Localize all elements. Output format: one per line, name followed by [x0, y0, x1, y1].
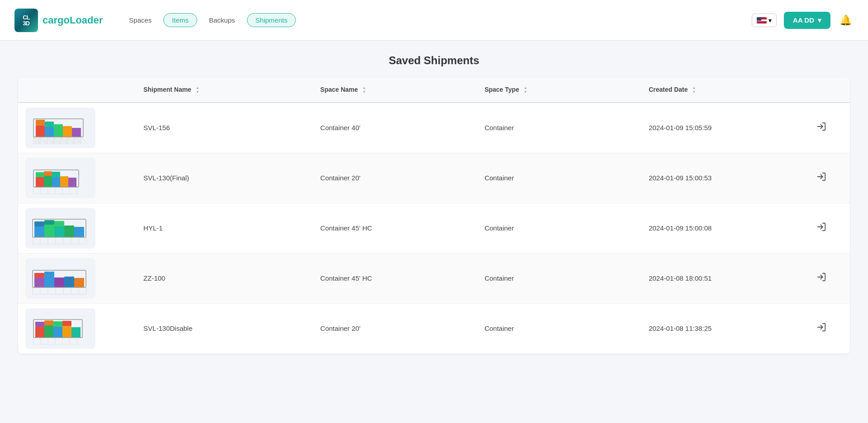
svg-line-2 — [47, 137, 54, 144]
svg-rect-104 — [35, 322, 44, 327]
logo-icon: CL3D — [14, 9, 38, 32]
svg-rect-67 — [44, 220, 54, 225]
sort-arrows-space-name[interactable]: ▲▼ — [362, 86, 366, 94]
main-content: Saved Shipments Shipment Name ▲▼ Space N… — [0, 41, 868, 367]
nav-spaces[interactable]: Spaces — [121, 14, 160, 27]
col-header-action — [806, 78, 850, 103]
thumbnail-wrapper — [25, 258, 95, 299]
svg-rect-107 — [62, 321, 71, 326]
open-shipment-button[interactable] — [813, 170, 830, 186]
svg-rect-42 — [44, 176, 52, 187]
created-date-cell: 2024-01-09 15:00:53 — [641, 153, 806, 203]
svg-rect-103 — [71, 327, 81, 338]
action-cell — [806, 203, 850, 253]
space-type-cell: Container — [477, 253, 641, 303]
svg-rect-101 — [53, 327, 62, 338]
enter-icon — [816, 272, 826, 282]
nav-backups[interactable]: Backups — [201, 14, 243, 27]
open-shipment-button[interactable] — [813, 320, 830, 337]
user-menu-button[interactable]: AA DD ▾ — [784, 12, 830, 29]
action-cell — [806, 103, 850, 153]
svg-line-5 — [67, 137, 74, 144]
svg-rect-64 — [64, 226, 74, 237]
space-name-cell: Container 40' — [313, 103, 477, 153]
space-name-cell: Container 45' HC — [313, 203, 477, 253]
svg-rect-100 — [44, 325, 53, 338]
header: CL3D cargoLoader Spaces Items Backups Sh… — [0, 0, 868, 41]
svg-rect-68 — [54, 221, 64, 226]
col-header-space-name[interactable]: Space Name ▲▼ — [313, 78, 477, 103]
logo-text: cargoLoader — [43, 14, 103, 26]
svg-line-3 — [54, 137, 61, 144]
svg-rect-102 — [62, 326, 71, 338]
nav-items[interactable]: Items — [163, 13, 197, 27]
flag-icon — [757, 17, 767, 24]
svg-rect-99 — [35, 327, 44, 338]
shipment-name-cell: SVL-130(Final) — [136, 153, 313, 203]
col-header-space-type[interactable]: Space Type ▲▼ — [477, 78, 641, 103]
notifications-button[interactable]: 🔔 — [838, 13, 854, 28]
svg-rect-62 — [44, 225, 54, 237]
svg-rect-23 — [36, 126, 45, 137]
created-date-cell: 2024-01-08 11:38:25 — [641, 303, 806, 353]
svg-rect-24 — [45, 127, 54, 137]
svg-rect-66 — [34, 221, 44, 226]
shipment-name-cell: SVL-156 — [136, 103, 313, 153]
svg-rect-48 — [52, 172, 60, 177]
table-row: HYL-1 Container 45' HC Container 2024-01… — [18, 203, 850, 253]
svg-rect-25 — [54, 124, 63, 137]
svg-rect-28 — [36, 120, 45, 126]
svg-line-1 — [40, 137, 47, 144]
shipment-thumbnail-cell — [18, 303, 136, 353]
col-header-created-date[interactable]: Created Date ▲▼ — [641, 78, 806, 103]
shipment-thumbnail-cell — [18, 253, 136, 303]
svg-rect-105 — [44, 320, 53, 325]
thumbnail-wrapper — [25, 308, 95, 349]
chevron-down-icon: ▾ — [768, 17, 772, 24]
space-type-cell: Container — [477, 103, 641, 153]
created-date-cell: 2024-01-09 15:00:08 — [641, 203, 806, 253]
sort-arrows-space-type[interactable]: ▲▼ — [524, 86, 527, 94]
shipment-name-cell: ZZ-100 — [136, 253, 313, 303]
svg-rect-45 — [68, 178, 76, 187]
table-row: SVL-130(Final) Container 20' Container 2… — [18, 153, 850, 203]
space-type-cell: Container — [477, 153, 641, 203]
sort-arrows-shipment[interactable]: ▲▼ — [196, 86, 199, 94]
svg-line-6 — [74, 137, 81, 144]
shipment-name-cell: HYL-1 — [136, 203, 313, 253]
col-header-thumbnail — [18, 78, 136, 103]
col-label-created-date: Created Date — [649, 86, 688, 93]
col-label-shipment-name: Shipment Name — [143, 86, 191, 93]
language-selector[interactable]: ▾ — [752, 14, 777, 27]
nav-shipments[interactable]: Shipments — [247, 13, 296, 27]
shipments-table: Shipment Name ▲▼ Space Name ▲▼ Space Typ… — [18, 78, 850, 354]
open-shipment-button[interactable] — [813, 270, 830, 287]
created-date-cell: 2024-01-08 18:00:51 — [641, 253, 806, 303]
table-row: SVL-130Disable Container 20' Container 2… — [18, 303, 850, 353]
svg-rect-27 — [72, 128, 81, 137]
shipments-table-container: Shipment Name ▲▼ Space Name ▲▼ Space Typ… — [18, 78, 850, 354]
enter-icon — [816, 172, 826, 182]
open-shipment-button[interactable] — [813, 220, 830, 236]
table-body: SVL-156 Container 40' Container 2024-01-… — [18, 103, 850, 354]
bell-icon: 🔔 — [840, 14, 852, 26]
thumbnail-wrapper — [25, 108, 95, 148]
open-shipment-button[interactable] — [813, 120, 830, 136]
thumbnail-wrapper — [25, 158, 95, 198]
svg-rect-65 — [74, 227, 84, 237]
shipment-thumbnail-cell — [18, 153, 136, 203]
enter-icon — [816, 322, 826, 332]
table-row: SVL-156 Container 40' Container 2024-01-… — [18, 103, 850, 153]
svg-rect-83 — [54, 277, 64, 287]
shipment-thumbnail-cell — [18, 203, 136, 253]
svg-rect-41 — [36, 177, 44, 187]
action-cell — [806, 253, 850, 303]
space-name-cell: Container 20' — [313, 153, 477, 203]
page-title: Saved Shipments — [18, 54, 850, 67]
logo-text-highlight: Loader — [70, 14, 103, 26]
action-cell — [806, 303, 850, 353]
logo-text-regular: cargo — [43, 14, 70, 26]
sort-arrows-date[interactable]: ▲▼ — [692, 86, 696, 94]
space-type-cell: Container — [477, 303, 641, 353]
col-header-shipment-name[interactable]: Shipment Name ▲▼ — [136, 78, 313, 103]
